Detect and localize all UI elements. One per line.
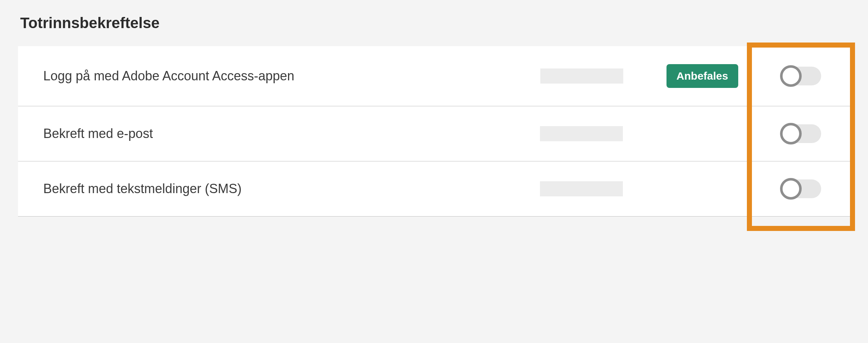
- section-title: Totrinnsbekreftelse: [20, 14, 850, 32]
- toggle-knob: [780, 123, 802, 144]
- two-step-card: Logg på med Adobe Account Access-appen A…: [18, 46, 850, 217]
- row-sms: Bekreft med tekstmeldinger (SMS): [18, 161, 850, 217]
- toggle-knob: [780, 65, 802, 87]
- row-label-email: Bekreft med e-post: [43, 126, 153, 141]
- redacted-block: [540, 126, 623, 141]
- row-label-sms: Bekreft med tekstmeldinger (SMS): [43, 181, 242, 196]
- redacted-block: [540, 68, 623, 84]
- recommended-badge: Anbefales: [666, 64, 738, 88]
- row-label-adobe-app: Logg på med Adobe Account Access-appen: [43, 68, 294, 84]
- row-adobe-app: Logg på med Adobe Account Access-appen A…: [18, 46, 850, 106]
- toggle-sms[interactable]: [781, 179, 821, 198]
- toggle-email[interactable]: [781, 124, 821, 143]
- redacted-block: [540, 181, 623, 196]
- toggle-adobe-app[interactable]: [781, 67, 821, 85]
- toggle-knob: [780, 178, 802, 200]
- row-email: Bekreft med e-post: [18, 106, 850, 161]
